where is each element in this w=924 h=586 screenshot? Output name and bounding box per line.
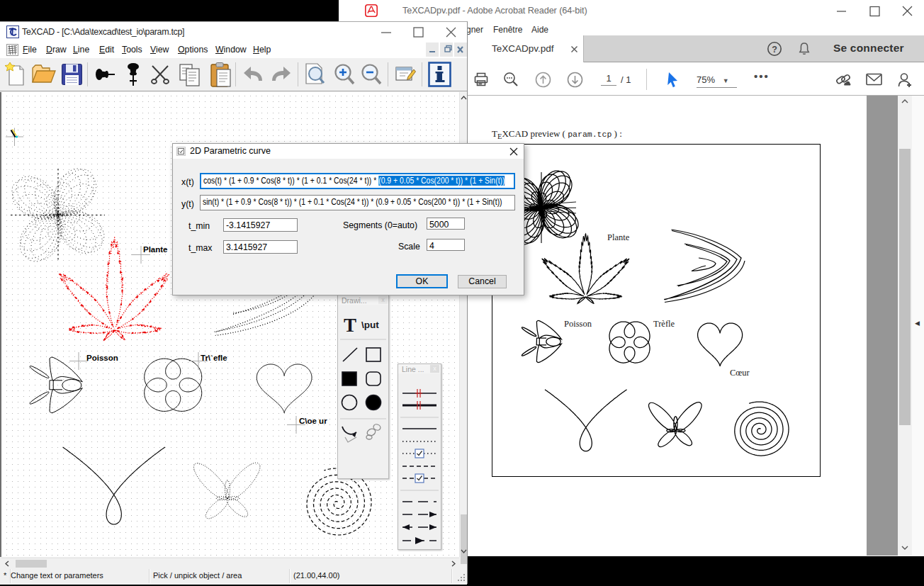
svg-text:T: T: [344, 315, 356, 336]
svg-text:\put: \put: [361, 320, 379, 330]
